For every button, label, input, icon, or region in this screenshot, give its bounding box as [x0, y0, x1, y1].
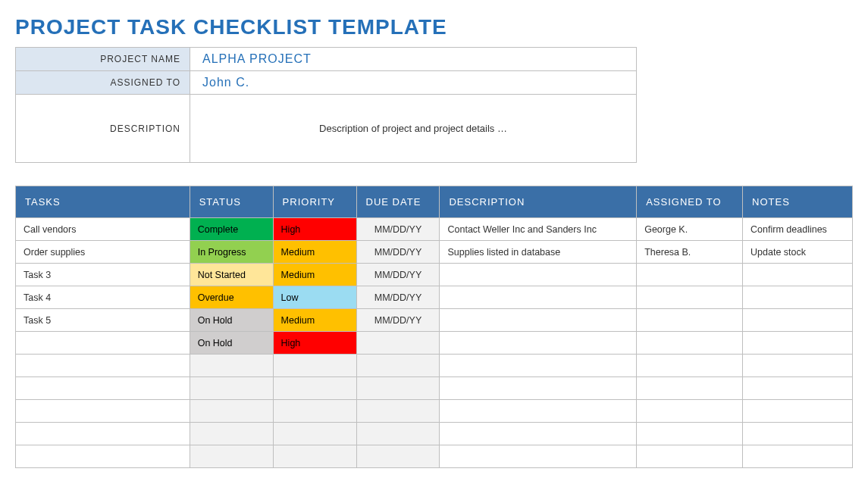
task-cell[interactable]: Call vendors — [16, 218, 190, 241]
task-cell[interactable] — [16, 423, 190, 445]
description-cell[interactable] — [440, 445, 637, 468]
description-cell[interactable] — [440, 264, 637, 286]
description-label: DESCRIPTION — [16, 95, 190, 163]
table-row — [16, 355, 853, 377]
due-date-cell[interactable]: MM/DD/YY — [356, 309, 440, 332]
notes-cell[interactable]: Update stock — [743, 241, 853, 264]
table-row — [16, 445, 853, 468]
table-row — [16, 400, 853, 423]
table-row — [16, 377, 853, 400]
assigned-cell[interactable] — [637, 286, 743, 309]
description-cell[interactable] — [440, 309, 637, 332]
due-date-cell[interactable]: MM/DD/YY — [356, 218, 440, 241]
due-date-cell[interactable] — [356, 445, 440, 468]
description-cell[interactable] — [440, 286, 637, 309]
status-cell[interactable]: Overdue — [190, 286, 273, 309]
notes-cell[interactable]: Confirm deadlines — [743, 218, 853, 241]
due-date-cell[interactable]: MM/DD/YY — [356, 286, 440, 309]
priority-cell[interactable]: Medium — [273, 309, 356, 332]
col-due: DUE DATE — [356, 186, 440, 218]
assigned-to-label: ASSIGNED TO — [16, 71, 190, 95]
due-date-cell[interactable] — [356, 400, 440, 423]
task-cell[interactable] — [16, 400, 190, 423]
description-value[interactable]: Description of project and project detai… — [190, 95, 637, 163]
due-date-cell[interactable] — [356, 377, 440, 400]
due-date-cell[interactable]: MM/DD/YY — [356, 241, 440, 264]
table-row: Task 5On HoldMediumMM/DD/YY — [16, 309, 853, 332]
status-cell[interactable]: On Hold — [190, 309, 273, 332]
notes-cell[interactable] — [743, 423, 853, 445]
priority-cell[interactable] — [273, 355, 356, 377]
table-row: Task 4OverdueLowMM/DD/YY — [16, 286, 853, 309]
due-date-cell[interactable] — [356, 355, 440, 377]
task-cell[interactable]: Task 3 — [16, 264, 190, 286]
priority-cell[interactable]: Medium — [273, 264, 356, 286]
col-tasks: TASKS — [16, 186, 190, 218]
assigned-cell[interactable] — [637, 355, 743, 377]
status-cell[interactable]: Complete — [190, 218, 273, 241]
task-table: TASKS STATUS PRIORITY DUE DATE DESCRIPTI… — [15, 186, 853, 468]
status-cell[interactable] — [190, 423, 273, 445]
due-date-cell[interactable]: MM/DD/YY — [356, 264, 440, 286]
status-cell[interactable] — [190, 400, 273, 423]
task-cell[interactable] — [16, 355, 190, 377]
description-cell[interactable] — [440, 377, 637, 400]
task-cell[interactable]: Task 4 — [16, 286, 190, 309]
assigned-cell[interactable] — [637, 309, 743, 332]
due-date-cell[interactable] — [356, 332, 440, 355]
notes-cell[interactable] — [743, 309, 853, 332]
assigned-cell[interactable] — [637, 423, 743, 445]
assigned-cell[interactable]: George K. — [637, 218, 743, 241]
notes-cell[interactable] — [743, 377, 853, 400]
description-cell[interactable]: Contact Weller Inc and Sanders Inc — [440, 218, 637, 241]
assigned-cell[interactable]: Theresa B. — [637, 241, 743, 264]
assigned-cell[interactable] — [637, 445, 743, 468]
task-cell[interactable]: Task 5 — [16, 309, 190, 332]
col-priority: PRIORITY — [273, 186, 356, 218]
task-table-header: TASKS STATUS PRIORITY DUE DATE DESCRIPTI… — [16, 186, 853, 218]
table-row: Task 3Not StartedMediumMM/DD/YY — [16, 264, 853, 286]
table-row: On HoldHigh — [16, 332, 853, 355]
table-row: Call vendorsCompleteHighMM/DD/YYContact … — [16, 218, 853, 241]
col-desc: DESCRIPTION — [440, 186, 637, 218]
priority-cell[interactable] — [273, 423, 356, 445]
description-cell[interactable]: Supplies listed in database — [440, 241, 637, 264]
assigned-cell[interactable] — [637, 400, 743, 423]
notes-cell[interactable] — [743, 286, 853, 309]
notes-cell[interactable] — [743, 445, 853, 468]
status-cell[interactable] — [190, 445, 273, 468]
assigned-to-value[interactable]: John C. — [190, 71, 637, 95]
assigned-cell[interactable] — [637, 332, 743, 355]
task-cell[interactable] — [16, 377, 190, 400]
task-cell[interactable]: Order supplies — [16, 241, 190, 264]
col-notes: NOTES — [743, 186, 853, 218]
task-cell[interactable] — [16, 332, 190, 355]
notes-cell[interactable] — [743, 332, 853, 355]
task-cell[interactable] — [16, 445, 190, 468]
priority-cell[interactable] — [273, 377, 356, 400]
description-cell[interactable] — [440, 423, 637, 445]
description-cell[interactable] — [440, 332, 637, 355]
description-cell[interactable] — [440, 355, 637, 377]
priority-cell[interactable]: High — [273, 218, 356, 241]
notes-cell[interactable] — [743, 264, 853, 286]
project-name-value[interactable]: ALPHA PROJECT — [190, 48, 637, 71]
notes-cell[interactable] — [743, 400, 853, 423]
description-cell[interactable] — [440, 400, 637, 423]
status-cell[interactable] — [190, 355, 273, 377]
priority-cell[interactable] — [273, 445, 356, 468]
due-date-cell[interactable] — [356, 423, 440, 445]
priority-cell[interactable]: Medium — [273, 241, 356, 264]
status-cell[interactable]: In Progress — [190, 241, 273, 264]
priority-cell[interactable]: Low — [273, 286, 356, 309]
status-cell[interactable]: On Hold — [190, 332, 273, 355]
project-info-table: PROJECT NAME ALPHA PROJECT ASSIGNED TO J… — [15, 47, 637, 163]
col-assigned: ASSIGNED TO — [637, 186, 743, 218]
status-cell[interactable] — [190, 377, 273, 400]
priority-cell[interactable] — [273, 400, 356, 423]
status-cell[interactable]: Not Started — [190, 264, 273, 286]
assigned-cell[interactable] — [637, 264, 743, 286]
priority-cell[interactable]: High — [273, 332, 356, 355]
notes-cell[interactable] — [743, 355, 853, 377]
assigned-cell[interactable] — [637, 377, 743, 400]
